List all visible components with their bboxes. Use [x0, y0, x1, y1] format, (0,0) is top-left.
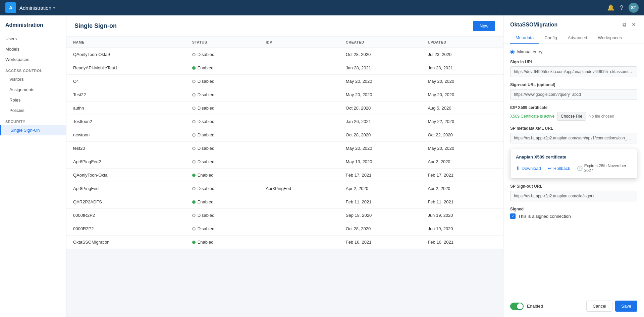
- signin-url-value[interactable]: https://dev-649055.okta.com/app/anapland…: [510, 66, 637, 77]
- table-container: Name Status IDP Created Updated QAonlyTo…: [66, 37, 503, 249]
- app-logo[interactable]: A: [5, 2, 16, 13]
- row-updated: May 20, 2020: [421, 142, 503, 155]
- table-row[interactable]: ReadyAPI-MobileTest1EnabledJan 28, 2021J…: [66, 61, 503, 75]
- choose-file-button[interactable]: Choose File: [557, 112, 586, 121]
- disabled-dot: [192, 133, 196, 137]
- table-row[interactable]: authnDisabledOct 28, 2020Aug 5, 2020: [66, 102, 503, 115]
- status-text: Disabled: [198, 106, 215, 111]
- rollback-button[interactable]: ↩ Rollback: [548, 166, 570, 171]
- row-created: Oct 28, 2020: [339, 48, 421, 61]
- row-status: Disabled: [185, 48, 259, 61]
- sp-signout-url-value[interactable]: https://us1a.app-r2p2.anaplan.com/slo/lo…: [510, 191, 637, 201]
- manual-entry-radio[interactable]: [510, 50, 515, 54]
- col-idp: IDP: [259, 37, 339, 48]
- table-row[interactable]: 0000R2P2DisabledOct 28, 2020Jun 19, 2020: [66, 222, 503, 236]
- sp-metadata-url-group: SP metadata XML URL https://us1a.app-r2p…: [510, 126, 637, 143]
- panel-footer: Enabled Cancel Save: [503, 295, 644, 317]
- row-status: Disabled: [185, 182, 259, 195]
- nav-title[interactable]: Administration ▾: [19, 5, 55, 11]
- panel-title: OktaSSOMigration: [510, 22, 557, 28]
- row-created: Feb 11, 2021: [339, 195, 421, 209]
- signout-url-label: Sign-out URL (optional): [510, 82, 637, 87]
- rollback-icon: ↩: [548, 166, 552, 171]
- row-name: test20: [66, 142, 185, 155]
- sidebar-item-assignments[interactable]: Assignments: [0, 84, 66, 95]
- avatar[interactable]: ST: [629, 3, 639, 13]
- enabled-toggle[interactable]: [510, 303, 524, 310]
- row-name: Testtoon2: [66, 115, 185, 128]
- col-updated: Updated: [421, 37, 503, 48]
- cancel-button[interactable]: Cancel: [586, 301, 612, 312]
- status-text: Enabled: [198, 240, 214, 245]
- row-status: Disabled: [185, 128, 259, 142]
- row-name: QAR2P2ADFS: [66, 195, 185, 209]
- row-idp: Apr8PingFed: [259, 182, 339, 195]
- save-button[interactable]: Save: [615, 301, 637, 312]
- signout-url-value[interactable]: https://www.google.com/?query=abcd: [510, 89, 637, 100]
- status-text: Disabled: [198, 226, 215, 231]
- bell-icon[interactable]: 🔔: [607, 4, 614, 11]
- row-status: Disabled: [185, 88, 259, 102]
- row-name: Apr8PingFed2: [66, 155, 185, 169]
- table-row[interactable]: 0000fR2P2DisabledSep 18, 2020Jun 19, 202…: [66, 209, 503, 222]
- row-idp: [259, 61, 339, 75]
- disabled-dot: [192, 107, 196, 110]
- row-updated: Feb 17, 2021: [421, 169, 503, 182]
- sidebar-item-roles[interactable]: Roles: [0, 95, 66, 105]
- row-updated: May 20, 2020: [421, 88, 503, 102]
- download-button[interactable]: ⬇ Download: [516, 166, 541, 171]
- status-text: Disabled: [198, 92, 215, 97]
- signed-section: Signed ✓ This is a signed connection: [510, 207, 637, 219]
- row-created: May 20, 2020: [339, 75, 421, 88]
- row-name: 0000fR2P2: [66, 209, 185, 222]
- table-row[interactable]: Apr8PingFed2DisabledMay 13, 2020Apr 2, 2…: [66, 155, 503, 169]
- row-status: Disabled: [185, 75, 259, 88]
- table-row[interactable]: QAonlyToon-OktaEnabledFeb 17, 2021Feb 17…: [66, 169, 503, 182]
- help-icon[interactable]: ?: [620, 4, 623, 11]
- row-updated: May 22, 2020: [421, 115, 503, 128]
- sidebar-item-models[interactable]: Models: [0, 44, 66, 54]
- sidebar-item-visitors[interactable]: Visitors: [0, 74, 66, 84]
- row-created: Feb 17, 2021: [339, 169, 421, 182]
- status-text: Enabled: [198, 65, 214, 70]
- disabled-dot: [192, 80, 196, 83]
- new-button[interactable]: New: [473, 21, 495, 31]
- table-row[interactable]: Test22DisabledMay 20, 2020May 20, 2020: [66, 88, 503, 102]
- table-row[interactable]: test20DisabledMay 20, 2020May 20, 2020: [66, 142, 503, 155]
- row-created: Feb 16, 2021: [339, 236, 421, 249]
- page-title: Single Sign-on: [74, 22, 117, 29]
- row-idp: [259, 115, 339, 128]
- sidebar-item-workspaces[interactable]: Workspaces: [0, 54, 66, 65]
- signin-url-label: Sign-in URL: [510, 60, 637, 64]
- manual-entry-option[interactable]: Manual entry: [510, 49, 637, 54]
- table-row[interactable]: Apr8PingFedDisabledApr8PingFedApr 2, 202…: [66, 182, 503, 195]
- enabled-dot: [192, 241, 196, 244]
- tab-advanced[interactable]: Advanced: [562, 33, 593, 44]
- signed-checkbox[interactable]: ✓: [510, 213, 516, 219]
- table-row[interactable]: newtoonDisabledOct 28, 2020Oct 22, 2020: [66, 128, 503, 142]
- table-row[interactable]: OktaSSOMigrationEnabledFeb 16, 2021Feb 1…: [66, 236, 503, 249]
- table-row[interactable]: QAR2P2ADFSEnabledFeb 11, 2021Feb 11, 202…: [66, 195, 503, 209]
- top-nav-right: 🔔 ? ST: [607, 3, 639, 13]
- signin-url-group: Sign-in URL https://dev-649055.okta.com/…: [510, 60, 637, 77]
- table-row[interactable]: C4DisabledMay 20, 2020May 20, 2020: [66, 75, 503, 88]
- idp-cert-status: X509 Certificate is active: [510, 114, 554, 119]
- row-updated: Apr 2, 2020: [421, 155, 503, 169]
- idp-cert-row: X509 Certificate is active Choose File N…: [510, 112, 637, 121]
- sp-metadata-url-value[interactable]: https://us1a.app-r2p2.anaplan.com/sam/ap…: [510, 133, 637, 143]
- panel-close-button[interactable]: ✕: [630, 21, 637, 28]
- row-idp: [259, 75, 339, 88]
- status-text: Disabled: [198, 132, 215, 137]
- table-row[interactable]: QAonlyToon-Okta9DisabledOct 28, 2020Jul …: [66, 48, 503, 61]
- tab-metadata[interactable]: Metadata: [510, 33, 539, 44]
- sidebar-item-policies[interactable]: Policies: [0, 105, 66, 116]
- table-row[interactable]: Testtoon2DisabledJan 26, 2021May 22, 202…: [66, 115, 503, 128]
- enabled-dot: [192, 66, 196, 70]
- panel-copy-button[interactable]: ⧉: [621, 21, 628, 28]
- row-updated: Feb 11, 2021: [421, 195, 503, 209]
- sidebar-item-users[interactable]: Users: [0, 34, 66, 44]
- tab-config[interactable]: Config: [539, 33, 562, 44]
- sidebar-item-single-sign-on[interactable]: Single Sign-On: [0, 125, 66, 135]
- row-name: 0000R2P2: [66, 222, 185, 236]
- tab-workspaces[interactable]: Workspaces: [593, 33, 627, 44]
